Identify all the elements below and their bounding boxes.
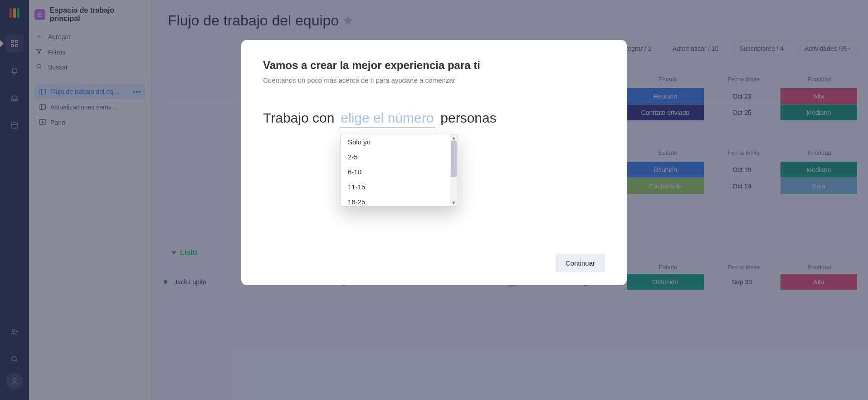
dropdown-option[interactable]: 16-25 <box>341 194 450 206</box>
continue-button[interactable]: Continuar <box>556 254 605 272</box>
dropdown-scrollbar[interactable]: ▲ ▼ <box>450 134 458 206</box>
modal-subtitle: Cuéntanos un poco más acerca de ti para … <box>263 76 605 84</box>
onboarding-modal: Vamos a crear la mejor experiencia para … <box>241 40 627 285</box>
modal-overlay: Vamos a crear la mejor experiencia para … <box>0 0 868 400</box>
sentence-pre: Trabajo con <box>263 110 334 126</box>
dropdown-option[interactable]: 2-5 <box>341 149 450 164</box>
scroll-up-icon[interactable]: ▲ <box>452 134 456 141</box>
dropdown-option[interactable]: 6-10 <box>341 164 450 179</box>
team-size-dropdown: Solo yo2-56-1011-1516-25 ▲ ▼ <box>340 134 458 207</box>
team-size-sentence: Trabajo con elige el número personas Sol… <box>263 110 605 128</box>
team-size-select[interactable]: elige el número <box>340 110 435 128</box>
dropdown-option[interactable]: Solo yo <box>341 134 450 149</box>
scroll-down-icon[interactable]: ▼ <box>452 199 456 206</box>
modal-title: Vamos a crear la mejor experiencia para … <box>263 59 605 72</box>
sentence-post: personas <box>440 110 496 126</box>
dropdown-option[interactable]: 11-15 <box>341 179 450 194</box>
